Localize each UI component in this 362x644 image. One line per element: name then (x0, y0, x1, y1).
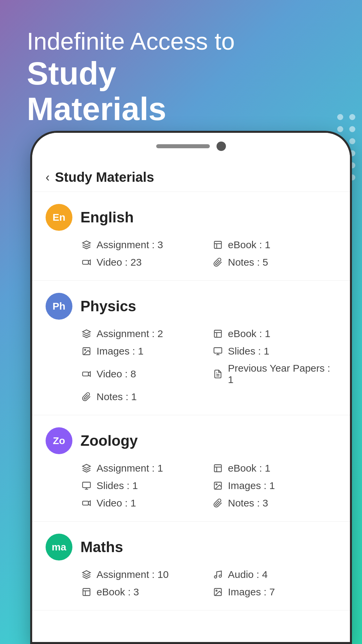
stat-item: Assignment : 10 (80, 569, 205, 581)
stat-label: Notes : 1 (97, 391, 137, 402)
avatar-physics: Ph (46, 293, 72, 320)
stat-label: eBook : 3 (97, 586, 139, 598)
svg-marker-5 (88, 260, 90, 265)
stat-label: Assignment : 3 (97, 239, 163, 251)
svg-point-37 (216, 590, 217, 591)
stat-item: Video : 1 (80, 497, 205, 509)
stat-item: Slides : 1 (212, 345, 337, 357)
svg-marker-30 (82, 571, 90, 575)
stat-label: Video : 8 (97, 368, 136, 380)
slides-icon (212, 345, 224, 357)
hero-line2: Study Materials (27, 56, 335, 126)
stat-item: Assignment : 2 (80, 328, 205, 340)
stat-item: eBook : 1 (212, 462, 337, 474)
subject-card-maths[interactable]: maMathsAssignment : 10Audio : 4eBook : 3… (32, 522, 350, 610)
stat-item: Previous Year Papers : 1 (212, 363, 337, 385)
stat-label: Previous Year Papers : 1 (228, 363, 337, 385)
subject-header-zoology: ZoZoology (46, 427, 337, 454)
stat-item: Slides : 1 (80, 480, 205, 492)
stat-label: Audio : 4 (228, 569, 267, 580)
stat-label: Video : 23 (97, 257, 142, 268)
book-icon (80, 586, 93, 598)
video-icon (80, 256, 93, 268)
stat-item: Notes : 5 (212, 256, 337, 268)
stat-item: Images : 1 (212, 480, 337, 492)
svg-rect-28 (82, 501, 88, 505)
stat-item: Video : 8 (80, 363, 205, 385)
video-icon (80, 368, 93, 380)
layers-icon (80, 569, 93, 581)
slides-icon (80, 480, 93, 492)
stats-grid-zoology: Assignment : 1eBook : 1Slides : 1Images … (46, 462, 337, 509)
svg-rect-7 (215, 330, 222, 337)
image-icon (80, 345, 93, 357)
stat-label: Assignment : 1 (97, 463, 163, 474)
layers-icon (80, 328, 93, 340)
back-button[interactable]: ‹ (46, 170, 50, 184)
paperclip-icon (80, 391, 93, 403)
stat-label: Images : 1 (97, 345, 143, 357)
svg-point-11 (84, 349, 86, 351)
svg-marker-29 (88, 501, 90, 505)
svg-point-32 (219, 575, 222, 577)
svg-marker-0 (82, 241, 90, 245)
svg-rect-33 (83, 589, 90, 596)
stat-item: Audio : 4 (212, 569, 337, 581)
avatar-zoology: Zo (46, 427, 72, 454)
subject-card-english[interactable]: EnEnglishAssignment : 3eBook : 1Video : … (32, 192, 350, 281)
subjects-list: EnEnglishAssignment : 3eBook : 1Video : … (32, 192, 350, 610)
notch-bar (32, 133, 350, 160)
svg-marker-16 (88, 372, 90, 376)
svg-rect-4 (82, 260, 88, 264)
stat-item: Video : 23 (80, 256, 205, 268)
svg-rect-15 (82, 372, 88, 376)
hero-line1: Indefinite Access to (27, 27, 335, 56)
music-icon (212, 569, 224, 581)
stat-item: Notes : 1 (80, 391, 205, 403)
subject-name-physics: Physics (80, 298, 136, 315)
layers-icon (80, 239, 93, 251)
screen-title: Study Materials (55, 170, 154, 185)
stat-label: Images : 1 (228, 480, 275, 491)
stat-label: Video : 1 (97, 497, 136, 509)
stat-label: Notes : 5 (228, 257, 268, 268)
image-icon (212, 480, 224, 492)
app-content: ‹ Study Materials EnEnglishAssignment : … (32, 160, 350, 642)
stat-item: Assignment : 3 (80, 239, 205, 251)
svg-rect-23 (82, 482, 90, 488)
paperclip-icon (212, 497, 224, 509)
stat-label: Slides : 1 (228, 345, 269, 357)
hero-section: Indefinite Access to Study Materials (27, 27, 335, 127)
stat-label: eBook : 1 (228, 239, 270, 251)
stat-label: Images : 7 (228, 586, 275, 598)
book-icon (212, 328, 224, 340)
svg-rect-20 (215, 465, 222, 472)
stat-label: Slides : 1 (97, 480, 138, 491)
stats-grid-maths: Assignment : 10Audio : 4eBook : 3Images … (46, 569, 337, 598)
stat-label: Assignment : 2 (97, 328, 163, 339)
stat-item: Assignment : 1 (80, 462, 205, 474)
subject-card-zoology[interactable]: ZoZoologyAssignment : 1eBook : 1Slides :… (32, 415, 350, 522)
subject-header-physics: PhPhysics (46, 293, 337, 320)
subject-name-zoology: Zoology (80, 432, 138, 449)
book-icon (212, 462, 224, 474)
stat-item: Images : 7 (212, 586, 337, 598)
stat-label: eBook : 1 (228, 328, 270, 339)
notch-pill (156, 144, 210, 148)
stat-item: eBook : 1 (212, 328, 337, 340)
notch-camera (217, 142, 226, 151)
subject-card-physics[interactable]: PhPhysicsAssignment : 2eBook : 1Images :… (32, 281, 350, 415)
stat-label: Notes : 3 (228, 497, 268, 509)
layers-icon (80, 462, 93, 474)
subject-header-maths: maMaths (46, 534, 337, 560)
svg-point-27 (216, 484, 217, 485)
file-icon (212, 368, 224, 380)
subject-name-english: English (80, 209, 134, 226)
svg-point-31 (215, 576, 217, 578)
paperclip-icon (212, 256, 224, 268)
subject-name-maths: Maths (80, 539, 123, 555)
app-header: ‹ Study Materials (32, 160, 350, 192)
stats-grid-english: Assignment : 3eBook : 1Video : 23Notes :… (46, 239, 337, 268)
book-icon (212, 239, 224, 251)
svg-rect-1 (215, 241, 222, 249)
